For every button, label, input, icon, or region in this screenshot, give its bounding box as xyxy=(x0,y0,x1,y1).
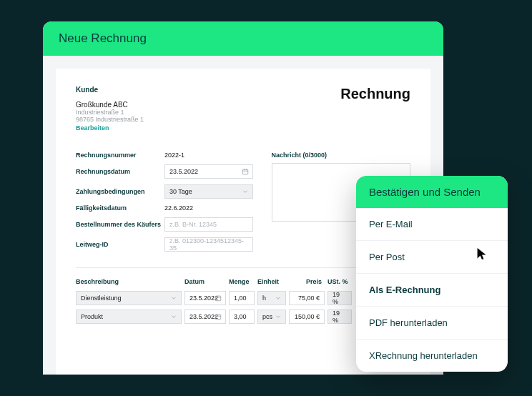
chevron-down-icon xyxy=(275,313,282,320)
send-post[interactable]: Per Post xyxy=(356,241,508,274)
customer-label: Kunde xyxy=(76,86,144,94)
calendar-icon xyxy=(242,168,249,175)
row-desc-select[interactable]: Dienstleistung xyxy=(76,291,182,305)
download-pdf[interactable]: PDF herunterladen xyxy=(356,307,508,340)
customer-block: Kunde Großkunde ABC Industriestraße 1 98… xyxy=(76,86,144,132)
invoice-no-value: 2022-1 xyxy=(164,152,184,159)
col-date: Datum xyxy=(184,278,229,285)
row-vat-select[interactable]: 19 % xyxy=(327,310,352,324)
buyer-ref-label: Bestellnummer des Käufers xyxy=(76,221,164,228)
row-price-input[interactable]: 150,00 € xyxy=(289,310,325,324)
svg-rect-0 xyxy=(242,169,248,174)
col-unit: Einheit xyxy=(257,278,289,285)
document-title: Rechnung xyxy=(340,86,410,132)
row-qty-input[interactable]: 3,00 xyxy=(229,310,255,324)
row-unit-value: pcs xyxy=(262,313,272,320)
chevron-down-icon xyxy=(170,313,177,320)
row-vat-select[interactable]: 19 % xyxy=(327,291,352,305)
customer-street: Industriestraße 1 xyxy=(76,109,144,116)
row-desc-value: Dienstleistung xyxy=(81,294,122,302)
col-desc: Beschreibung xyxy=(76,278,184,285)
chevron-down-icon xyxy=(170,294,177,302)
calendar-icon xyxy=(215,294,222,302)
customer-cityline: 98765 Industriestraße 1 xyxy=(76,116,144,123)
download-xrechnung[interactable]: XRechnung herunterladen xyxy=(356,340,508,372)
message-label: Nachricht (0/3000) xyxy=(272,152,410,159)
chevron-down-icon xyxy=(242,188,249,195)
invoice-date-value: 23.5.2022 xyxy=(169,168,198,175)
send-einvoice[interactable]: Als E-Rechnung xyxy=(356,274,508,307)
row-date-input[interactable]: 23.5.2022 xyxy=(184,291,226,305)
due-date-label: Fälligkeitsdatum xyxy=(76,204,164,212)
leitweg-input[interactable]: z.B. 012300-1234512345-35 xyxy=(164,237,253,252)
row-unit-select[interactable]: pcs xyxy=(257,310,286,324)
leitweg-label: Leitweg-ID xyxy=(76,241,164,248)
customer-name: Großkunde ABC xyxy=(76,101,144,109)
send-menu-title: Bestätigen und Senden xyxy=(356,176,508,208)
chevron-down-icon xyxy=(275,294,282,302)
col-price: Preis xyxy=(289,278,327,285)
terms-select[interactable]: 30 Tage xyxy=(164,184,253,199)
row-unit-select[interactable]: h xyxy=(257,291,286,305)
row-desc-select[interactable]: Produkt xyxy=(76,310,182,324)
svg-rect-1 xyxy=(215,296,221,301)
calendar-icon xyxy=(215,313,222,320)
row-price-input[interactable]: 75,00 € xyxy=(289,291,325,305)
row-unit-value: h xyxy=(262,294,266,302)
send-menu: Bestätigen und Senden Per E-Mail Per Pos… xyxy=(356,176,508,372)
due-date-value: 22.6.2022 xyxy=(164,204,193,212)
invoice-date-label: Rechnungsdatum xyxy=(76,168,164,175)
send-email[interactable]: Per E-Mail xyxy=(356,208,508,241)
row-qty-input[interactable]: 1,00 xyxy=(229,291,255,305)
row-date-input[interactable]: 23.5.2022 xyxy=(184,310,226,324)
col-qty: Menge xyxy=(229,278,257,285)
terms-value: 30 Tage xyxy=(169,188,192,195)
terms-label: Zahlungsbedingungen xyxy=(76,188,164,195)
col-vat: USt. % xyxy=(327,278,355,285)
buyer-ref-input[interactable]: z.B. B-Nr. 12345 xyxy=(164,217,253,232)
page-title: Neue Rechnung xyxy=(43,21,443,56)
invoice-no-label: Rechnungsnummer xyxy=(76,152,164,159)
invoice-date-input[interactable]: 23.5.2022 xyxy=(164,164,253,179)
customer-edit-link[interactable]: Bearbeiten xyxy=(76,124,144,132)
row-desc-value: Produkt xyxy=(81,313,103,320)
svg-rect-2 xyxy=(215,315,221,320)
